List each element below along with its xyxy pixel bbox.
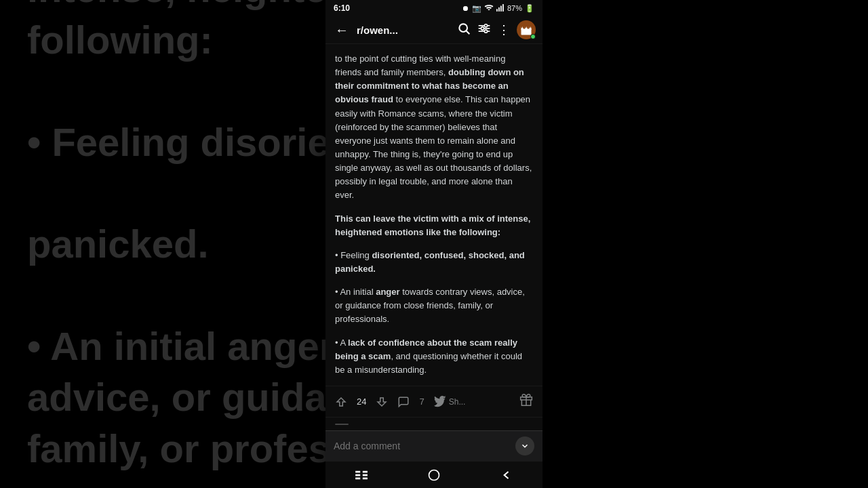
gift-button[interactable] [519,393,533,410]
upvote-icon [335,396,347,408]
svg-rect-32 [363,477,368,479]
share-label: Sh... [449,397,466,407]
svg-rect-24 [531,26,532,28]
comment-input[interactable] [334,441,510,451]
comment-bar [326,430,542,461]
twitter-share-button[interactable]: Sh... [434,396,466,408]
comment-button[interactable] [397,396,410,408]
bullet-1-bold: disoriented, confused, shocked, and pani… [335,250,525,274]
nav-bar: ← r/owen... [326,16,542,44]
svg-rect-23 [530,26,531,28]
signal-icon [496,4,505,13]
battery-text: 87% [507,4,522,12]
svg-point-4 [459,24,467,32]
svg-rect-20 [523,26,524,28]
status-bar: 6:10 ⏺ 📷 87% 🔋 [326,0,542,16]
search-button[interactable] [457,22,471,39]
svg-point-8 [484,30,487,33]
nav-icons: ⋮ [457,20,536,39]
bold-text-2: This can leave the victim with a mix of … [335,214,530,237]
phone-container: 6:10 ⏺ 📷 87% 🔋 [326,0,542,488]
record-icon: ⏺ [462,4,469,12]
comment-icon [397,396,410,408]
upvote-count: 24 [357,396,366,407]
battery-icon: 🔋 [525,4,534,13]
svg-rect-28 [355,474,360,476]
svg-line-5 [467,30,470,34]
svg-point-6 [481,26,484,29]
downvote-icon [376,396,388,408]
svg-rect-29 [355,477,360,479]
svg-rect-22 [527,26,528,28]
comment-count: 7 [419,396,424,407]
action-bar: 24 7 Sh... [326,386,542,417]
sort-bar [326,417,542,430]
svg-point-7 [484,24,487,26]
svg-rect-21 [526,26,527,28]
svg-rect-27 [355,470,360,472]
svg-rect-3 [502,4,504,12]
status-time: 6:10 [334,3,350,13]
back-button[interactable]: ← [332,21,351,39]
upvote-button[interactable] [335,396,347,408]
svg-rect-19 [521,26,523,28]
svg-rect-1 [498,7,500,11]
cast-icon: 📷 [472,4,481,13]
twitter-icon [434,396,446,408]
sort-indicator [335,424,349,425]
svg-rect-30 [363,470,368,472]
back-nav-button[interactable] [493,465,520,485]
bullet-2: • An initial anger towards contrary view… [335,285,533,326]
bold-text-1: doubling down on their commitment to wha… [335,67,524,104]
content-area: to the point of cutting ties with well-m… [326,44,542,386]
status-icons: ⏺ 📷 87% 🔋 [462,4,534,13]
filter-button[interactable] [477,22,491,39]
bullet-3-bold: lack of confidence about the scam really… [335,338,517,361]
svg-point-33 [429,470,439,480]
wifi-icon [484,4,494,13]
downvote-button[interactable] [376,396,388,408]
bullet-2-bold: anger [376,287,399,297]
online-dot [530,34,536,39]
bullet-3: • A lack of confidence about the scam re… [335,336,533,377]
paragraph-2: This can leave the victim with a mix of … [335,212,533,239]
paragraph-1: to the point of cutting ties with well-m… [335,52,533,203]
avatar-container[interactable] [517,20,536,39]
svg-rect-31 [363,474,368,476]
svg-rect-2 [500,5,502,11]
home-button[interactable] [420,465,448,485]
chevron-down-button[interactable] [515,436,534,455]
menu-button[interactable] [348,465,375,485]
bullet-1: • Feeling disoriented, confused, shocked… [335,249,533,276]
svg-rect-0 [496,9,498,12]
bottom-nav [326,461,542,488]
more-button[interactable]: ⋮ [498,22,510,37]
subreddit-label: r/owen... [357,24,452,36]
gift-icon [519,393,533,407]
